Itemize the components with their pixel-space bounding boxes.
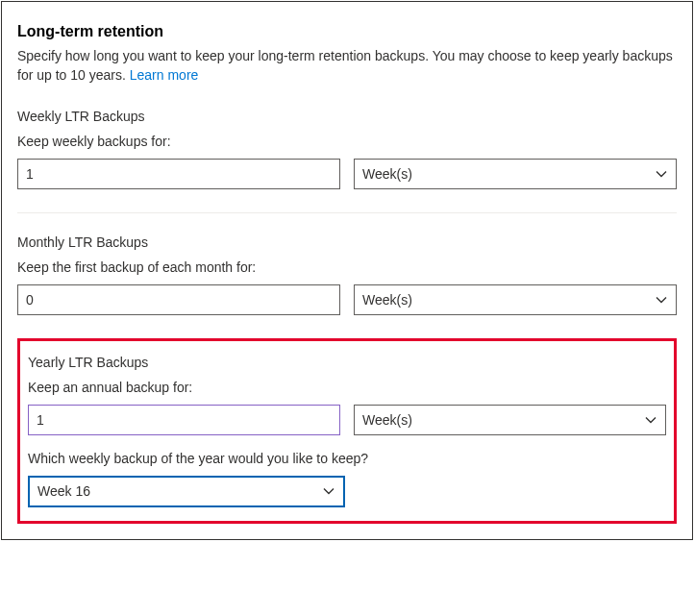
chevron-down-icon (655, 167, 668, 181)
yearly-heading: Yearly LTR Backups (28, 355, 666, 370)
yearly-week-select[interactable]: Week 16 (28, 476, 345, 507)
yearly-unit-text: Week(s) (362, 412, 412, 428)
monthly-unit-text: Week(s) (362, 292, 412, 308)
weekly-label: Keep weekly backups for: (17, 134, 677, 149)
chevron-down-icon (655, 293, 668, 307)
yearly-unit-select[interactable]: Week(s) (354, 405, 666, 435)
divider (17, 212, 677, 213)
panel-title: Long-term retention (17, 23, 677, 40)
yearly-value-input[interactable] (28, 405, 340, 435)
monthly-label: Keep the first backup of each month for: (17, 259, 677, 275)
yearly-week-text: Week 16 (37, 483, 90, 499)
chevron-down-icon (322, 484, 335, 498)
weekly-unit-select[interactable]: Week(s) (354, 159, 677, 189)
yearly-section-highlight: Yearly LTR Backups Keep an annual backup… (17, 338, 677, 524)
yearly-which-label: Which weekly backup of the year would yo… (28, 451, 666, 466)
description-text: Specify how long you want to keep your l… (17, 48, 673, 83)
monthly-section: Monthly LTR Backups Keep the first backu… (17, 234, 677, 315)
ltr-panel: Long-term retention Specify how long you… (1, 1, 693, 540)
weekly-unit-text: Week(s) (362, 166, 412, 182)
weekly-value-input[interactable] (17, 159, 340, 189)
yearly-label: Keep an annual backup for: (28, 380, 666, 395)
monthly-unit-select[interactable]: Week(s) (354, 284, 677, 315)
monthly-heading: Monthly LTR Backups (17, 234, 677, 250)
chevron-down-icon (644, 413, 657, 427)
weekly-section: Weekly LTR Backups Keep weekly backups f… (17, 109, 677, 189)
panel-description: Specify how long you want to keep your l… (17, 46, 677, 86)
monthly-value-input[interactable] (17, 284, 340, 315)
learn-more-link[interactable]: Learn more (130, 67, 199, 83)
weekly-heading: Weekly LTR Backups (17, 109, 677, 124)
